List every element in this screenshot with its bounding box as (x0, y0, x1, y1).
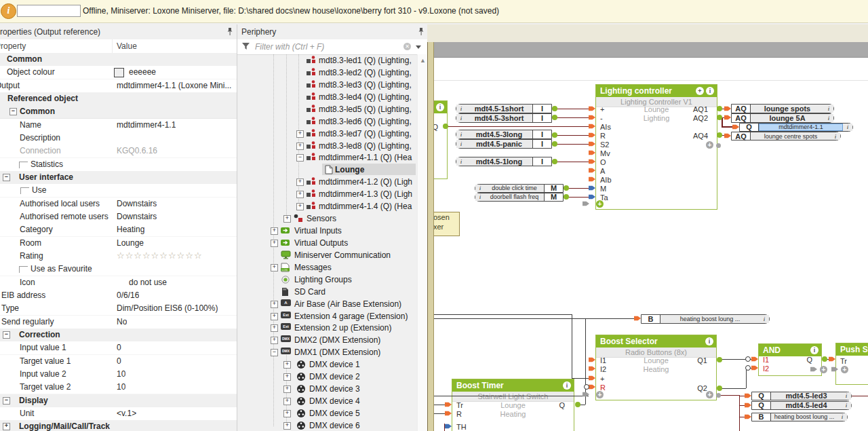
tree-item[interactable]: mdt8.3-led2 (Q) (Lighting, (237, 67, 417, 79)
output-connector-dot[interactable] (717, 386, 722, 391)
property-value[interactable]: eeeeee (129, 67, 156, 77)
tree-item[interactable]: +DMXDMX2 (DMX Extension) (237, 334, 417, 346)
property-group-row[interactable]: +Logging/Mail/Call/Track (0, 420, 237, 431)
property-value[interactable]: Lounge (117, 238, 144, 248)
expand-icon[interactable]: + (271, 301, 278, 308)
io-ref-block[interactable]: imdt4.5-3shortI (456, 113, 552, 123)
io-ref-block[interactable]: idouble click timeM (475, 184, 564, 193)
expand-icon[interactable]: + (296, 179, 304, 186)
property-row[interactable]: Namemdtdimmer4-1.1 (0, 119, 237, 132)
property-row[interactable]: Statistics (0, 158, 237, 172)
expand-icon[interactable]: + (271, 337, 278, 344)
output-port-label[interactable]: AQ4 (693, 132, 708, 140)
property-row[interactable]: Authorised remote usersDownstairs (0, 210, 237, 224)
expand-icon[interactable]: + (271, 240, 278, 247)
tree-item[interactable]: +LOGMessages (237, 261, 417, 274)
tree-item[interactable]: Lounge (237, 164, 417, 176)
info-icon[interactable]: i (563, 381, 571, 390)
toolbar-input[interactable] (17, 5, 81, 17)
io-ref-block[interactable]: Qmdtdimmer4-1.1i (739, 123, 853, 132)
tree-item[interactable]: −DMXDMX1 (DMX Extension) (237, 346, 417, 358)
expand-icon[interactable]: + (283, 398, 291, 405)
block-push-sw[interactable]: Push SwTr (835, 343, 868, 385)
output-port-label[interactable]: Q (806, 356, 812, 364)
block-boost-timer[interactable]: Boost TimeriStairwell Light SwitchTrRTHQ… (452, 379, 574, 431)
property-row[interactable]: ConnectionKGQ0.6.16 (0, 145, 237, 158)
collapse-icon[interactable]: − (3, 397, 10, 405)
output-connector-dot[interactable] (552, 115, 557, 120)
tree-item[interactable]: Miniserver Communication (237, 249, 417, 261)
io-ref-block[interactable]: Bheating boost loung ...i (641, 314, 770, 324)
info-icon[interactable]: i (705, 337, 713, 345)
tree-scrollbar[interactable]: ▲ (417, 54, 427, 431)
tree-item[interactable]: mdt8.3-led6 (Q) (Lighting, (237, 115, 417, 128)
expand-icon[interactable]: + (296, 203, 304, 210)
tree-item[interactable]: +mdt8.3-led8 (Q) (Lighting, (237, 140, 417, 152)
expand-icon[interactable]: + (271, 264, 278, 271)
property-value[interactable]: Downstairs (117, 199, 157, 208)
input-port-label[interactable]: A (600, 167, 605, 176)
property-row[interactable]: CategoryHeating (0, 223, 237, 237)
tree-item[interactable]: mdt8.3-led5 (Q) (Lighting, (237, 103, 417, 115)
property-row[interactable]: Use as Favourite (0, 263, 237, 276)
input-port-label[interactable]: O (600, 158, 606, 167)
tree-item[interactable]: +Sensors (237, 212, 417, 225)
property-value[interactable]: mdtdimmer4-1.1 (117, 120, 176, 130)
collapse-icon[interactable]: − (271, 349, 278, 356)
property-value[interactable]: 10 (117, 369, 125, 379)
input-port-label[interactable]: I1 (763, 356, 769, 364)
pin-icon[interactable] (226, 27, 233, 38)
info-icon[interactable]: i (706, 87, 714, 95)
io-ref-block[interactable]: AQlounge 5Ai (731, 113, 834, 123)
tree-item[interactable]: +ExtExtension 2 up (Extension) (237, 322, 417, 334)
chevron-down-icon[interactable] (416, 45, 421, 49)
output-connector-dot[interactable] (717, 115, 722, 120)
input-port-label[interactable]: Mv (600, 149, 610, 158)
tree-item[interactable]: +AAir Base (Air Base Extension) (237, 298, 417, 310)
tree-item[interactable]: +mdtdimmer4-1.3 (Q) (Ligh (237, 188, 417, 200)
input-port-label[interactable]: M (600, 185, 606, 193)
color-swatch[interactable] (114, 68, 124, 77)
info-icon[interactable]: i (436, 103, 444, 111)
expand-icon[interactable]: + (283, 373, 291, 381)
property-row[interactable]: EIB address0/6/16 (0, 289, 237, 303)
tree-item[interactable]: +mdt8.3-led7 (Q) (Lighting, (237, 128, 417, 140)
expand-icon[interactable]: + (271, 227, 278, 235)
expand-icon[interactable]: + (296, 143, 304, 150)
property-row[interactable]: Input value 10 (0, 341, 237, 355)
checkbox[interactable] (19, 266, 28, 273)
property-value[interactable]: 0/6/16 (117, 291, 139, 300)
tree-item[interactable]: Lighting Groups (237, 274, 417, 286)
property-row[interactable]: Send regularlyNo (0, 316, 237, 329)
output-connector-dot[interactable] (552, 159, 557, 164)
io-ref-block[interactable]: Bheating boost loung ...i (751, 413, 848, 422)
property-row[interactable]: Input value 210 (0, 368, 237, 381)
property-value[interactable]: Dim/Position EIS6 (0-100%) (117, 303, 218, 313)
output-connector-dot[interactable] (443, 124, 448, 129)
property-group-row[interactable]: −Common (0, 105, 237, 119)
collapse-icon[interactable]: − (3, 174, 10, 181)
expand-icon[interactable]: + (283, 422, 291, 430)
input-port-label[interactable]: R (600, 132, 606, 140)
tree-item[interactable]: +mdtdimmer4-1.4 (Q) (Hea (237, 200, 417, 212)
expand-icon[interactable]: + (271, 313, 278, 320)
property-value[interactable]: <v.1> (117, 409, 136, 418)
property-row[interactable]: Target value 10 (0, 355, 237, 369)
add-icon[interactable]: + (696, 87, 704, 95)
property-value[interactable]: mdtdimmer4-1.1 (Loxone Mini... (117, 81, 231, 90)
expand-icon[interactable]: + (296, 130, 304, 138)
input-port-label[interactable]: Tr (840, 357, 847, 366)
checkbox[interactable] (20, 187, 29, 194)
output-connector-dot[interactable] (564, 194, 569, 200)
property-row[interactable]: Icondo not use (0, 276, 237, 290)
tree-item[interactable]: +DMX device 6 (237, 419, 417, 431)
io-ref-block[interactable]: imdt4.5-1longI (456, 157, 552, 166)
expand-icon[interactable]: + (283, 386, 291, 393)
add-connector-icon[interactable]: + (596, 200, 604, 208)
tree-item[interactable]: mdt8.3-led1 (Q) (Lighting, (237, 54, 417, 67)
io-ref-block[interactable]: idoorbell flash freqM (475, 193, 564, 202)
property-value[interactable]: 0 (117, 356, 121, 366)
expand-icon[interactable]: + (283, 215, 291, 223)
output-connector-dot[interactable] (552, 132, 557, 138)
tree-item[interactable]: +mdtdimmer4-1.2 (Q) (Ligh (237, 176, 417, 188)
